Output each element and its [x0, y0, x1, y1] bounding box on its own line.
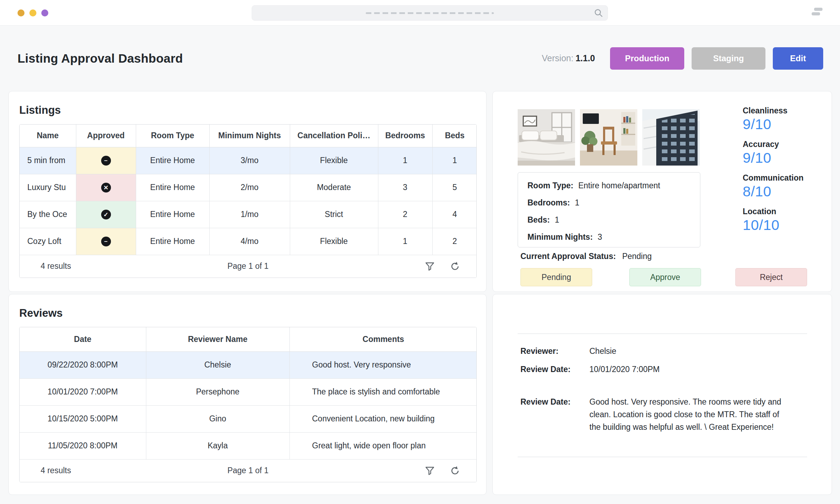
- info-row: Bedrooms:1: [527, 197, 700, 209]
- reviews-table-footer: 4 results Page 1 of 1: [20, 460, 476, 482]
- rating: Cleanliness9/10: [743, 106, 804, 132]
- cell-minimum-nights[interactable]: 2/mo: [209, 174, 290, 201]
- cell-comments[interactable]: Good host. Very responsive: [289, 351, 477, 378]
- cell-reviewer[interactable]: Kayla: [146, 432, 289, 459]
- page-indicator: Page 1 of 1: [20, 466, 476, 475]
- reviews-table-body: 09/22/2020 8:00PMChelsieGood host. Very …: [20, 351, 477, 459]
- pending-button[interactable]: Pending: [520, 268, 592, 286]
- listing-row[interactable]: 5 min from−Entire Home3/moFlexible11: [20, 147, 477, 174]
- listing-detail-panel: Cleanliness9/10Accuracy9/10Communication…: [492, 91, 832, 292]
- version-label: Version:: [542, 53, 573, 63]
- listings-table-body: 5 min from−Entire Home3/moFlexible11Luxu…: [20, 147, 477, 255]
- review-date-row: Review Date: 10/01/2020 7:00PM: [520, 363, 660, 376]
- header-controls: Version:1.1.0 Production Staging Edit: [542, 47, 823, 70]
- column-header: Beds: [432, 125, 477, 147]
- cell-bedrooms[interactable]: 1: [378, 228, 432, 255]
- column-header: Room Type: [136, 125, 209, 147]
- refresh-icon[interactable]: [450, 465, 460, 476]
- cell-name[interactable]: Cozy Loft: [20, 228, 76, 255]
- rating-label: Cleanliness: [743, 106, 804, 115]
- cell-approved[interactable]: −: [76, 147, 136, 174]
- reject-button[interactable]: Reject: [735, 268, 807, 286]
- filter-icon[interactable]: [425, 261, 435, 272]
- cell-date[interactable]: 10/15/2020 5:00PM: [20, 405, 146, 432]
- listing-row[interactable]: By the Oce✓Entire Home1/moStrict24: [20, 201, 477, 228]
- rating-value: 9/10: [743, 117, 804, 132]
- info-value: Entire home/apartment: [578, 181, 660, 190]
- review-row[interactable]: 10/01/2020 7:00PMPersephoneThe place is …: [20, 378, 477, 405]
- table-footer-icons: [425, 465, 460, 476]
- cell-beds[interactable]: 5: [432, 174, 477, 201]
- cell-room-type[interactable]: Entire Home: [136, 147, 209, 174]
- cell-bedrooms[interactable]: 1: [378, 147, 432, 174]
- info-label: Beds:: [527, 215, 550, 224]
- divider: [518, 457, 807, 457]
- bedroom-photo: [518, 109, 575, 166]
- cell-reviewer[interactable]: Chelsie: [146, 351, 289, 378]
- info-label: Minimum Nights:: [527, 232, 593, 241]
- living-room-photo: [580, 109, 637, 166]
- cell-approved[interactable]: ✕: [76, 174, 136, 201]
- staging-button[interactable]: Staging: [692, 47, 765, 70]
- review-row[interactable]: 09/22/2020 8:00PMChelsieGood host. Very …: [20, 351, 477, 378]
- cell-bedrooms[interactable]: 2: [378, 201, 432, 228]
- cell-name[interactable]: 5 min from: [20, 147, 76, 174]
- cell-cancellation[interactable]: Flexible: [290, 228, 378, 255]
- review-row[interactable]: 10/15/2020 5:00PMGinoConvenient Location…: [20, 405, 477, 432]
- column-header: Minimum Nights: [209, 125, 290, 147]
- cell-name[interactable]: By the Oce: [20, 201, 76, 228]
- column-header: Name: [20, 125, 76, 147]
- approve-button[interactable]: Approve: [629, 268, 701, 286]
- cell-beds[interactable]: 1: [432, 147, 477, 174]
- cell-date[interactable]: 09/22/2020 8:00PM: [20, 351, 146, 378]
- cell-cancellation[interactable]: Strict: [290, 201, 378, 228]
- cell-minimum-nights[interactable]: 4/mo: [209, 228, 290, 255]
- listing-row[interactable]: Luxury Stu✕Entire Home2/moModerate35: [20, 174, 477, 201]
- cell-name[interactable]: Luxury Stu: [20, 174, 76, 201]
- window-dot[interactable]: [18, 9, 24, 16]
- cell-beds[interactable]: 2: [432, 228, 477, 255]
- refresh-icon[interactable]: [450, 261, 460, 272]
- cell-reviewer[interactable]: Persephone: [146, 378, 289, 405]
- version-text: Version:1.1.0: [542, 53, 595, 63]
- window-dot[interactable]: [41, 9, 48, 16]
- reviewer-label: Reviewer:: [520, 345, 589, 357]
- circle-minus-icon: −: [101, 156, 111, 166]
- production-button[interactable]: Production: [610, 47, 684, 70]
- info-row: Beds:1: [527, 214, 700, 226]
- window-dot[interactable]: [29, 9, 36, 16]
- reviews-title: Reviews: [19, 307, 63, 320]
- listings-table: NameApprovedRoom TypeMinimum NightsCance…: [19, 124, 477, 278]
- cell-approved[interactable]: ✓: [76, 201, 136, 228]
- cell-reviewer[interactable]: Gino: [146, 405, 289, 432]
- info-label: Bedrooms:: [527, 198, 570, 207]
- window-stack-icon[interactable]: [809, 7, 822, 18]
- cell-date[interactable]: 11/05/2020 8:00PM: [20, 432, 146, 459]
- cell-room-type[interactable]: Entire Home: [136, 174, 209, 201]
- cell-comments[interactable]: Convenient Location, new building: [289, 405, 477, 432]
- cell-bedrooms[interactable]: 3: [378, 174, 432, 201]
- ratings-list: Cleanliness9/10Accuracy9/10Communication…: [743, 106, 804, 240]
- cell-cancellation[interactable]: Flexible: [290, 147, 378, 174]
- listing-row[interactable]: Cozy Loft−Entire Home4/moFlexible12: [20, 228, 477, 255]
- info-row: Room Type:Entire home/apartment: [527, 180, 700, 191]
- cell-room-type[interactable]: Entire Home: [136, 228, 209, 255]
- cell-minimum-nights[interactable]: 1/mo: [209, 201, 290, 228]
- circle-check-icon: ✓: [101, 210, 111, 219]
- edit-button[interactable]: Edit: [773, 47, 823, 70]
- cell-cancellation[interactable]: Moderate: [290, 174, 378, 201]
- reviews-header-row: DateReviewer NameComments: [20, 327, 477, 351]
- cell-comments[interactable]: Great light, wide open floor plan: [289, 432, 477, 459]
- cell-beds[interactable]: 4: [432, 201, 477, 228]
- rating-value: 9/10: [743, 151, 804, 165]
- cell-room-type[interactable]: Entire Home: [136, 201, 209, 228]
- cell-comments[interactable]: The place is stylish and comfortable: [289, 378, 477, 405]
- filter-icon[interactable]: [425, 465, 435, 476]
- review-detail-panel: Reviewer: Chelsie Review Date: 10/01/202…: [492, 294, 832, 495]
- cell-approved[interactable]: −: [76, 228, 136, 255]
- address-bar[interactable]: [252, 5, 608, 21]
- cell-minimum-nights[interactable]: 3/mo: [209, 147, 290, 174]
- review-row[interactable]: 11/05/2020 8:00PMKaylaGreat light, wide …: [20, 432, 477, 459]
- column-header: Comments: [289, 327, 477, 351]
- cell-date[interactable]: 10/01/2020 7:00PM: [20, 378, 146, 405]
